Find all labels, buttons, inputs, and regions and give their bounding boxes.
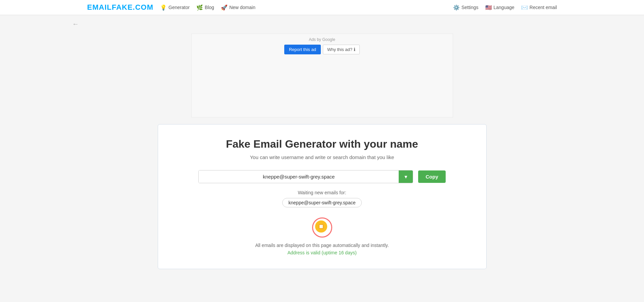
main-card: Fake Email Generator with your name You … — [158, 124, 487, 269]
nav-settings[interactable]: ⚙️ Settings — [453, 4, 479, 11]
spinner-center-square — [319, 224, 324, 229]
loading-spinner — [312, 217, 332, 238]
back-arrow[interactable]: ← — [72, 20, 79, 28]
auto-display-text: All emails are displayed on this page au… — [175, 243, 469, 248]
settings-icon: ⚙️ — [453, 4, 460, 11]
email-icon: ✉️ — [521, 4, 528, 11]
email-row: ▼ Copy — [175, 170, 469, 183]
ads-by-google-label: Ads by Google — [309, 37, 335, 42]
page-subtitle: You can write username and write or sear… — [175, 154, 469, 160]
nav-language[interactable]: 🇺🇸 Language — [485, 4, 514, 11]
nav-recent-email[interactable]: ✉️ Recent email — [521, 4, 557, 11]
email-badge: kneppe@super-swift-grey.space — [282, 198, 362, 207]
chevron-down-icon: ▼ — [403, 174, 408, 180]
brand-logo[interactable]: EMAILFAKE.COM — [87, 3, 154, 12]
report-ad-button[interactable]: Report this ad — [284, 45, 321, 54]
email-input[interactable] — [199, 170, 399, 183]
spinner-inner-circle — [315, 220, 327, 233]
nav-blog[interactable]: 🌿 Blog — [196, 4, 214, 11]
nav-new-domain[interactable]: 🚀 New domain — [221, 4, 255, 11]
blog-icon: 🌿 — [196, 4, 203, 11]
navbar: EMAILFAKE.COM 💡 Generator 🌿 Blog 🚀 New d… — [0, 0, 644, 15]
validity-text: Address is valid (uptime 16 days) — [175, 250, 469, 255]
generator-icon: 💡 — [160, 4, 167, 11]
copy-button[interactable]: Copy — [418, 170, 446, 183]
page-title: Fake Email Generator with your name — [175, 138, 469, 150]
info-icon: ℹ — [354, 47, 355, 52]
ad-buttons: Report this ad Why this ad? ℹ — [284, 45, 360, 54]
domain-dropdown-button[interactable]: ▼ — [399, 170, 413, 183]
nav-generator[interactable]: 💡 Generator — [160, 4, 190, 11]
flag-icon: 🇺🇸 — [485, 4, 492, 11]
why-ad-button[interactable]: Why this ad? ℹ — [323, 45, 360, 54]
email-input-wrapper: ▼ — [198, 170, 413, 183]
waiting-text: Waiting new emails for: — [175, 190, 469, 195]
ad-container: Ads by Google Report this ad Why this ad… — [191, 34, 453, 117]
new-domain-icon: 🚀 — [221, 4, 228, 11]
